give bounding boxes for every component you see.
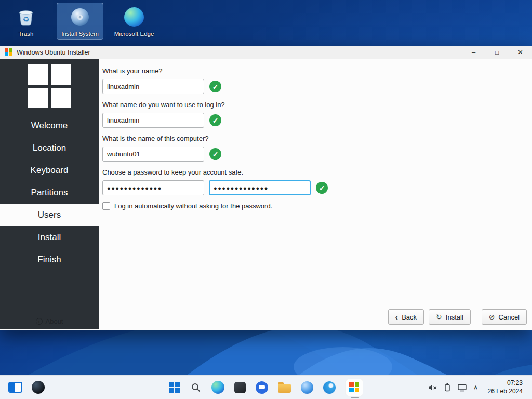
taskbar-browser-button[interactable] [301,381,313,394]
sidebar-item-users[interactable]: Users [0,204,99,226]
taskbar-file-explorer-button[interactable] [278,382,291,393]
clock-date: 26 Feb 2024 [488,388,523,396]
sidebar-item-welcome[interactable]: Welcome [0,114,99,137]
back-label: Back [402,313,417,321]
info-icon: i [36,318,43,325]
installer-sidebar: Welcome Location Keyboard Partitions Use… [0,59,99,329]
valid-check-icon: ✓ [209,114,221,126]
install-disc-icon [69,6,91,29]
password-confirm-input[interactable] [209,180,311,195]
taskbar-terminal-button[interactable] [234,382,246,393]
maximize-button[interactable]: □ [485,46,509,59]
desktop-icon-edge[interactable]: Microsoft Edge [111,3,157,39]
sidebar-item-keyboard[interactable]: Keyboard [0,159,99,181]
folder-icon [278,384,291,393]
autologin-label: Log in automatically without asking for … [114,202,272,210]
desktop-icon-trash[interactable]: ♻ Trash [3,3,49,39]
network-button[interactable] [457,383,467,392]
tray-chevron-icon[interactable]: ∧ [474,384,478,391]
desktop-icon-label: Install System [61,31,99,37]
clock-time: 07:23 [488,379,523,388]
full-name-input[interactable] [102,79,204,94]
desktop-icon-label: Trash [19,31,34,37]
desktop-icons: ♻ Trash Install System Micros [3,3,157,39]
about-button[interactable]: i About [0,317,99,325]
installer-logo-icon [28,64,71,108]
hostname-question: What is the name of this computer? [102,135,532,142]
volume-muted-icon [428,383,437,392]
back-button[interactable]: ‹ Back [388,309,424,325]
login-question: What name do you want to use to log in? [102,101,532,109]
terminal-icon [234,382,246,393]
install-label: Install [446,313,463,321]
edge-icon [123,6,145,29]
autologin-checkbox[interactable] [102,202,110,210]
search-button[interactable] [190,382,202,393]
installer-window: Windows Ubuntu Installer – □ × Welcome L… [0,46,532,330]
volume-muted-button[interactable] [428,383,437,392]
window-icon [5,48,12,56]
installer-grid-icon [349,382,359,392]
chat-icon [256,381,268,394]
password-question: Choose a password to keep your account s… [102,168,532,176]
search-icon [190,382,202,393]
window-titlebar[interactable]: Windows Ubuntu Installer – □ × [0,46,532,59]
taskbar-edge-button[interactable] [211,381,224,394]
blue-app-icon [323,381,336,394]
taskbar: ∧ 07:23 26 Feb 2024 [0,375,532,399]
users-page: What is your name? ✓ What name do you wa… [99,59,532,329]
taskbar-installer-active-button[interactable] [345,379,363,396]
taskbar-panel-button[interactable] [8,382,22,393]
cancel-label: Cancel [499,313,520,321]
sidebar-item-partitions[interactable]: Partitions [0,181,99,204]
battery-button[interactable] [444,383,450,392]
cancel-button[interactable]: ⊘ Cancel [482,309,527,325]
svg-text:♻: ♻ [23,15,30,23]
browser-icon [301,381,313,394]
username-input[interactable] [102,113,204,128]
network-icon [457,383,467,392]
sidebar-item-install[interactable]: Install [0,226,99,248]
taskbar-chat-button[interactable] [256,381,268,394]
valid-check-icon: ✓ [316,182,328,194]
window-title: Windows Ubuntu Installer [17,49,90,56]
sidebar-item-location[interactable]: Location [0,137,99,159]
desktop-icon-label: Microsoft Edge [114,31,154,37]
edge-icon [211,381,224,394]
password-input[interactable] [102,180,204,195]
sidebar-item-finish[interactable]: Finish [0,248,99,271]
taskbar-launcher-button[interactable] [32,381,45,394]
install-button[interactable]: ↻ Install [429,309,471,325]
minimize-button[interactable]: – [462,46,485,59]
battery-icon [444,383,450,392]
taskbar-clock[interactable]: 07:23 26 Feb 2024 [488,379,523,395]
dark-orb-icon [32,381,45,394]
installer-steps-nav: Welcome Location Keyboard Partitions Use… [0,114,99,271]
window-controls: – □ × [462,46,532,59]
hostname-input[interactable] [102,147,204,162]
valid-check-icon: ✓ [209,81,221,92]
trash-icon: ♻ [15,6,37,29]
install-icon: ↻ [436,313,442,321]
windows-start-icon [169,382,180,393]
footer-buttons: ‹ Back ↻ Install ⊘ Cancel [388,309,527,325]
cancel-icon: ⊘ [489,313,495,321]
taskbar-app-button[interactable] [323,381,336,394]
autologin-row: Log in automatically without asking for … [102,202,532,210]
valid-check-icon: ✓ [209,148,221,160]
name-question: What is your name? [102,67,532,75]
close-button[interactable]: × [509,46,532,59]
panel-icon [8,382,22,393]
start-button[interactable] [169,382,180,393]
about-label: About [46,317,63,325]
back-arrow-icon: ‹ [395,313,398,322]
desktop-icon-install-system[interactable]: Install System [57,3,103,39]
